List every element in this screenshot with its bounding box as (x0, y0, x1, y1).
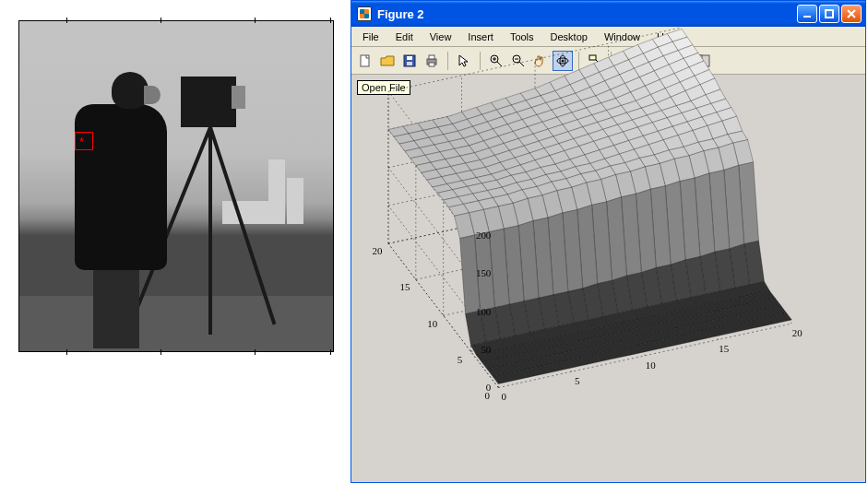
figure-window: Figure 2 File Edit View Insert Tools Des… (351, 0, 866, 483)
plot-area[interactable]: Open File 0501001502000510152005101520 (351, 75, 865, 482)
axes-3d[interactable]: 0501001502000510152005101520 (388, 112, 847, 464)
svg-text:20: 20 (792, 329, 803, 338)
svg-rect-4 (407, 62, 412, 65)
svg-rect-1 (361, 55, 369, 66)
svg-text:10: 10 (646, 360, 656, 370)
svg-rect-0 (826, 10, 833, 18)
svg-text:15: 15 (399, 283, 410, 292)
svg-text:10: 10 (427, 319, 437, 328)
svg-text:0: 0 (502, 393, 506, 402)
tooltip-open-file: Open File (357, 80, 410, 95)
svg-text:15: 15 (719, 345, 729, 354)
menu-bar: File Edit View Insert Tools Desktop Wind… (351, 27, 865, 47)
minimize-button[interactable] (797, 5, 817, 23)
title-bar[interactable]: Figure 2 (351, 1, 865, 27)
svg-text:0: 0 (485, 391, 490, 400)
svg-text:150: 150 (476, 269, 491, 278)
svg-text:100: 100 (476, 307, 491, 316)
open-icon[interactable] (377, 51, 398, 71)
rotate3d-icon[interactable] (553, 51, 573, 71)
menu-edit[interactable]: Edit (388, 29, 421, 44)
svg-text:5: 5 (458, 355, 462, 364)
menu-file[interactable]: File (355, 29, 386, 44)
pan-icon[interactable] (530, 51, 551, 71)
close-button[interactable] (841, 5, 862, 23)
menu-insert[interactable]: Insert (460, 29, 501, 44)
zoom-in-icon[interactable] (486, 51, 506, 71)
maximize-button[interactable] (819, 5, 839, 23)
new-figure-icon[interactable] (355, 51, 375, 71)
svg-text:5: 5 (575, 377, 579, 386)
print-icon[interactable] (422, 51, 442, 71)
svg-point-12 (562, 59, 565, 62)
menu-tools[interactable]: Tools (503, 29, 541, 44)
window-title: Figure 2 (377, 7, 797, 21)
svg-rect-3 (407, 56, 412, 60)
zoom-out-icon[interactable] (508, 51, 529, 71)
svg-rect-7 (429, 63, 434, 66)
menu-desktop[interactable]: Desktop (543, 29, 595, 44)
svg-rect-13 (589, 55, 596, 60)
svg-text:200: 200 (476, 231, 491, 241)
selection-marker-star: * (79, 135, 84, 147)
svg-text:50: 50 (481, 345, 491, 354)
menu-view[interactable]: View (422, 29, 459, 44)
pointer-icon[interactable] (454, 51, 474, 71)
svg-text:20: 20 (373, 247, 383, 256)
save-icon[interactable] (399, 51, 420, 71)
svg-rect-6 (429, 55, 434, 59)
matlab-icon (357, 6, 372, 21)
menu-window[interactable]: Window (597, 29, 648, 44)
cameraman-image: * (18, 20, 334, 352)
